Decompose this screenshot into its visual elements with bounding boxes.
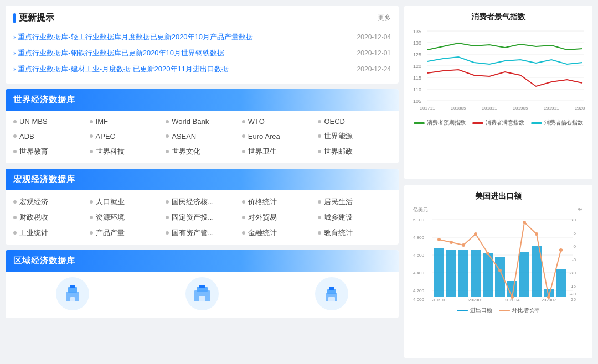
us-trade-chart-card: 美国进出口额 亿美元 % 5,000 4,800 4,600 4,400 4,2… (404, 185, 592, 358)
legend-color (499, 310, 510, 311)
world-db-item[interactable]: APEC (90, 131, 163, 141)
world-db-item[interactable]: Euro Area (242, 131, 315, 141)
world-db-item[interactable]: 世界能源 (318, 131, 391, 141)
db-item-label: 国有资产管... (172, 228, 214, 238)
db-dot (166, 150, 169, 153)
update-item: 重点行业数据库-钢铁行业数据库已更新2020年10月世界钢铁数据 2020-12… (13, 45, 391, 61)
update-item-link[interactable]: 重点行业数据库-轻工行业数据库月度数据已更新2020年10月产品产量数据 (13, 32, 348, 42)
world-db-item[interactable]: 世界教育 (13, 147, 86, 157)
world-db-item[interactable]: OECD (318, 117, 391, 126)
region-icon-item[interactable] (315, 277, 348, 310)
region-icon-item[interactable] (56, 277, 89, 310)
db-dot (90, 120, 93, 123)
world-db-item[interactable]: 世界文化 (166, 147, 239, 157)
macro-db-item[interactable]: 金融统计 (242, 228, 315, 238)
svg-rect-3 (70, 297, 75, 301)
db-dot (318, 150, 321, 153)
update-item-link[interactable]: 重点行业数据库-建材工业-月度数据 已更新2020年11月进出口数据 (13, 64, 348, 74)
legend-color (531, 122, 542, 124)
db-item-label: Euro Area (248, 132, 280, 141)
macro-db-item[interactable]: 工业统计 (13, 228, 86, 238)
db-item-label: WTO (248, 117, 265, 126)
update-item: 重点行业数据库-建材工业-月度数据 已更新2020年11月进出口数据 2020-… (13, 61, 391, 77)
svg-text:0: 0 (574, 244, 576, 249)
legend-color (472, 122, 483, 124)
world-db-item[interactable]: ASEAN (166, 131, 239, 141)
svg-point-68 (486, 252, 489, 255)
macro-db-title: 宏观经济数据库 (13, 174, 75, 185)
world-db-item[interactable]: 世界科技 (90, 147, 163, 157)
update-title: 更新提示 (13, 12, 54, 24)
more-link[interactable]: 更多 (378, 13, 391, 23)
db-dot (166, 134, 169, 138)
db-item-label: 价格统计 (248, 197, 277, 207)
svg-point-72 (535, 232, 538, 236)
svg-rect-55 (458, 250, 468, 297)
macro-db-item[interactable]: 人口就业 (90, 197, 163, 207)
svg-text:201811: 201811 (482, 106, 497, 111)
macro-db-item[interactable]: 城乡建设 (318, 212, 391, 222)
db-item-label: 国民经济核... (172, 197, 214, 207)
world-db-item[interactable]: World Bank (166, 117, 239, 126)
world-db-item[interactable]: 世界卫生 (242, 147, 315, 157)
db-item-label: 人口就业 (96, 197, 125, 207)
svg-rect-7 (199, 296, 205, 301)
us-trade-chart-legend: 进出口额环比增长率 (412, 306, 585, 314)
region-icon-item[interactable] (185, 277, 219, 310)
svg-text:5: 5 (574, 231, 576, 236)
svg-point-66 (462, 243, 465, 247)
db-dot (166, 231, 169, 235)
db-dot (13, 134, 17, 138)
macro-db-item[interactable]: 居民生活 (318, 197, 391, 207)
legend-item: 消费者信心指数 (531, 119, 583, 127)
macro-db-item[interactable]: 价格统计 (242, 197, 315, 207)
db-item-label: 金融统计 (248, 228, 277, 238)
update-list: 重点行业数据库-轻工行业数据库月度数据已更新2020年10月产品产量数据 202… (13, 29, 391, 77)
legend-label: 消费者预期指数 (427, 119, 466, 127)
svg-rect-6 (199, 285, 205, 288)
db-item-label: UN MBS (19, 117, 48, 126)
macro-db-item[interactable]: 宏观经济 (13, 197, 86, 207)
macro-db-header: 宏观经济数据库 (6, 169, 399, 190)
svg-point-64 (437, 238, 441, 241)
macro-db-item[interactable]: 固定资产投... (166, 212, 239, 222)
region-icons (6, 272, 399, 318)
db-item-label: 固定资产投... (172, 212, 214, 222)
db-dot (318, 200, 321, 204)
svg-text:130: 130 (413, 40, 421, 46)
macro-db-item[interactable]: 财政税收 (13, 212, 86, 222)
legend-label: 消费者满意指数 (486, 119, 524, 127)
macro-db-item[interactable]: 资源环境 (90, 212, 163, 222)
svg-text:4,000: 4,000 (413, 297, 425, 302)
svg-text:4,800: 4,800 (413, 235, 425, 240)
db-dot (90, 231, 93, 235)
consumer-chart-area: 135 130 125 120 115 110 105 2 (412, 27, 585, 117)
db-dot (90, 216, 93, 219)
svg-rect-11 (328, 297, 335, 301)
db-item-label: ASEAN (172, 132, 196, 141)
svg-text:201911: 201911 (544, 106, 559, 111)
world-db-item[interactable]: WTO (242, 117, 315, 126)
svg-text:202005: 202005 (575, 106, 585, 111)
macro-db-item[interactable]: 产品产量 (90, 228, 163, 238)
world-db-item[interactable]: IMF (90, 117, 163, 126)
macro-db-item[interactable]: 对外贸易 (242, 212, 315, 222)
macro-db-item[interactable]: 教育统计 (318, 228, 391, 238)
db-item-label: 世界能源 (324, 131, 353, 141)
world-db-item[interactable]: ADB (13, 131, 86, 141)
update-title-text: 更新提示 (19, 12, 54, 24)
db-item-label: 世界教育 (19, 147, 48, 157)
svg-text:%: % (578, 207, 582, 212)
update-item-link[interactable]: 重点行业数据库-钢铁行业数据库已更新2020年10月世界钢铁数据 (13, 48, 348, 58)
legend-color (457, 310, 468, 311)
svg-rect-53 (434, 248, 444, 297)
db-dot (13, 150, 17, 153)
world-db-item[interactable]: UN MBS (13, 117, 86, 126)
world-db-item[interactable]: 世界邮政 (318, 147, 391, 157)
db-item-label: APEC (96, 132, 115, 141)
macro-db-item[interactable]: 国有资产管... (166, 228, 239, 238)
macro-db-item[interactable]: 国民经济核... (166, 197, 239, 207)
db-item-label: 居民生活 (324, 197, 353, 207)
svg-text:135: 135 (413, 29, 421, 34)
right-panel: 消费者景气指数 135 130 125 120 115 110 105 (404, 6, 592, 358)
